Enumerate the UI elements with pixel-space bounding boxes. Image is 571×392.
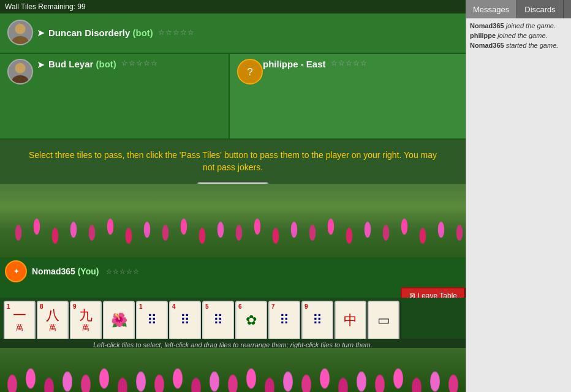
player-right-name: philippe - East	[263, 59, 326, 69]
tiles-row: 1一萬8八萬9九萬🌺1⠿4⠿5⠿6✿7⠿9⠿中▭	[0, 298, 466, 344]
player-right: ? philippe - East ☆☆☆☆☆	[230, 54, 466, 140]
avatar-current: ✦	[5, 260, 27, 282]
player-right-stars: ☆☆☆☆☆	[331, 59, 368, 67]
arrow-left: ➤	[37, 59, 45, 70]
wall-tiles-bar: Wall Tiles Remaining: 99	[0, 0, 466, 13]
chat-message: Nomad365 started the game.	[470, 42, 567, 49]
svg-point-4	[15, 63, 25, 74]
tile-4[interactable]: 1⠿	[136, 301, 168, 341]
wall-tiles-text: Wall Tiles Remaining: 99	[5, 2, 86, 11]
tile-8[interactable]: 7⠿	[268, 301, 300, 341]
avatar-left	[7, 59, 33, 85]
instruction-text: Select three tiles to pass, then click t…	[25, 149, 441, 173]
current-player-name: Nomad365 (You)	[32, 266, 99, 276]
tab-discards[interactable]: Discards	[517, 0, 564, 19]
player-top-name: Duncan Disorderly (bot)	[48, 28, 153, 38]
tile-5[interactable]: 4⠿	[169, 301, 201, 341]
player-top: ➤ Duncan Disorderly (bot) ☆☆☆☆☆	[0, 12, 466, 54]
player-left: ➤ Bud Leyar (bot) ☆☆☆☆☆	[0, 54, 230, 140]
tab-car[interactable]: Car	[564, 0, 571, 19]
tile-10[interactable]: 中	[335, 301, 366, 341]
arrow-top: ➤	[37, 27, 45, 39]
chat-message: Nomad365 joined the game.	[470, 22, 567, 29]
tile-1[interactable]: 8八萬	[37, 301, 69, 341]
player-left-name: Bud Leyar (bot)	[48, 59, 116, 69]
player-top-stars: ☆☆☆☆☆	[158, 28, 195, 37]
player-left-stars: ☆☆☆☆☆	[121, 59, 158, 67]
bottom-photo	[0, 348, 466, 392]
you-label: (You)	[78, 266, 99, 276]
tile-6[interactable]: 5⠿	[202, 301, 234, 341]
current-player-stars: ☆☆☆☆☆	[106, 268, 140, 276]
bot-label-left: (bot)	[96, 59, 116, 69]
tile-11[interactable]: ▭	[368, 301, 399, 341]
avatar-right: ?	[237, 59, 263, 85]
svg-text:?: ?	[247, 66, 253, 78]
tile-3[interactable]: 🌺	[103, 301, 135, 341]
chat-panel: Nomad365 joined the game.philippe joined…	[466, 18, 571, 392]
bottom-flowers	[0, 348, 466, 392]
avatar-top	[7, 20, 33, 45]
bot-label-top: (bot)	[133, 28, 153, 38]
svg-point-1	[15, 24, 25, 34]
tile-7[interactable]: 6✿	[235, 301, 267, 341]
tile-0[interactable]: 1一萬	[4, 301, 36, 341]
chat-message: philippe joined the game.	[470, 32, 567, 39]
tile-9[interactable]: 9⠿	[301, 301, 333, 341]
tab-messages[interactable]: Messages	[466, 0, 517, 19]
game-area: ➤ Duncan Disorderly (bot) ☆☆☆☆☆ ➤ Bud Le…	[0, 12, 466, 392]
tulip-field	[0, 184, 466, 260]
tab-bar: Messages Discards Car	[466, 0, 571, 19]
tile-2[interactable]: 9九萬	[70, 301, 102, 341]
background-scene	[0, 184, 466, 260]
